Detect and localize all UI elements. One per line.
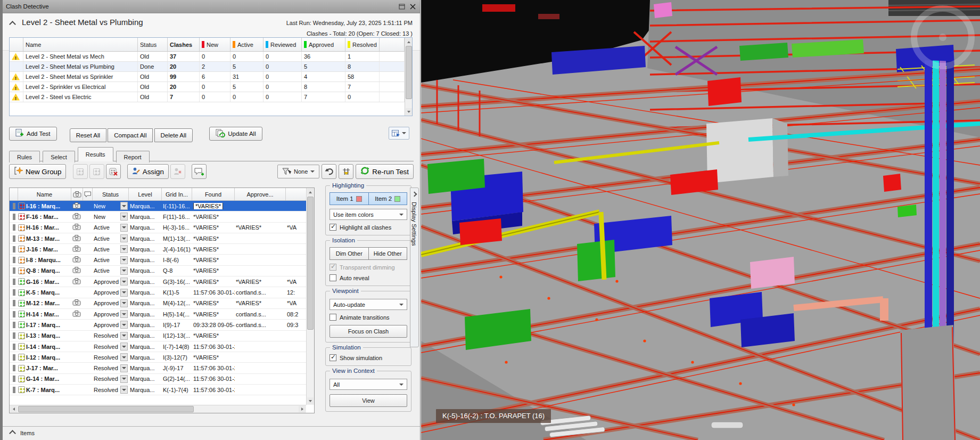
clash-row[interactable]: K-5 : Marq... Approved Marqua... K(1)-5 …	[10, 287, 306, 298]
status-dropdown-button[interactable]	[120, 245, 128, 253]
remove-from-group-icon[interactable]	[89, 164, 104, 179]
scroll-up-icon[interactable]	[307, 189, 314, 195]
item2-button[interactable]: Item 2	[368, 192, 408, 205]
clash-row[interactable]: M-13 : Mar... Active Marqua... M(1)-13(.…	[10, 233, 306, 244]
tests-col-resolved[interactable]: Resolved	[345, 38, 380, 51]
clash-row[interactable]: J-16 : Mar... Active Marqua... J(-4)-16(…	[10, 244, 306, 255]
status-dropdown-button[interactable]	[120, 332, 128, 340]
item1-button[interactable]: Item 1	[330, 192, 369, 205]
clash-row[interactable]: G-14 : Mar... Resolved Marqua... G(2)-14…	[10, 374, 306, 385]
results-col-found[interactable]: Found	[192, 188, 235, 200]
results-col-level[interactable]: Level	[129, 188, 162, 200]
tests-table-header[interactable]: Name Status Clashes New Active Reviewed …	[10, 38, 405, 52]
scroll-thumb[interactable]	[406, 46, 412, 99]
status-dropdown-button[interactable]	[120, 353, 128, 361]
clash-row[interactable]: I-8 : Marqu... Active Marqua... I-8(-6) …	[10, 255, 306, 265]
test-row[interactable]: Level 2 - Sheet Metal vs Sprinkler Old 9…	[10, 72, 405, 82]
pin-icon[interactable]	[398, 2, 406, 11]
clash-row[interactable]: I-17 : Marq... Approved Marqua... I(9)-1…	[10, 320, 306, 330]
results-vscrollbar[interactable]	[306, 188, 314, 405]
clash-row[interactable]: K-7 : Marq... Resolved Marqua... K(-1)-7…	[10, 385, 306, 395]
scroll-up-icon[interactable]	[406, 38, 412, 45]
status-dropdown-button[interactable]	[120, 267, 128, 275]
clash-row[interactable]: G-16 : Mar... Approved Marqua... G(3)-16…	[10, 276, 306, 287]
results-col-name[interactable]: Name	[18, 188, 71, 200]
compact-all-button[interactable]: Compact All	[108, 128, 153, 142]
scroll-down-icon[interactable]	[406, 108, 412, 115]
panel-titlebar[interactable]: Clash Detective	[3, 0, 420, 13]
status-dropdown-button[interactable]	[120, 224, 128, 232]
results-table-header[interactable]: Name Status Level Grid In... Found Appro…	[10, 188, 314, 201]
status-dropdown-button[interactable]	[120, 375, 128, 383]
close-icon[interactable]	[408, 2, 417, 11]
tab[interactable]: Select	[43, 151, 75, 162]
display-settings-tab[interactable]: Display Settings	[410, 188, 419, 347]
collapse-chevron-icon[interactable]	[9, 21, 16, 28]
status-dropdown-button[interactable]	[120, 321, 128, 329]
expand-arrow-icon[interactable]	[13, 365, 15, 371]
results-col-grid[interactable]: Grid In...	[162, 188, 192, 200]
highlight-mode-select[interactable]: Use item colors	[330, 209, 407, 220]
test-row[interactable]: Level 2 - Sheet Metal vs Mech Old 37 0 0…	[10, 52, 405, 62]
results-col-status[interactable]: Status	[93, 188, 129, 200]
add-comment-icon[interactable]	[192, 164, 207, 179]
camera-column-icon[interactable]	[71, 188, 83, 200]
clash-row[interactable]: I-12 : Marq... Resolved Marqua... I(3)-1…	[10, 352, 306, 363]
expand-arrow-icon[interactable]	[13, 354, 15, 361]
tests-col-reviewed[interactable]: Reviewed	[263, 38, 302, 51]
status-dropdown-button[interactable]	[120, 386, 128, 394]
tab[interactable]: Rules	[9, 151, 40, 162]
tab[interactable]: Results	[78, 147, 113, 161]
filter-dropdown[interactable]: None	[277, 165, 319, 178]
results-hscrollbar[interactable]	[10, 405, 306, 413]
animate-transitions-checkbox[interactable]	[330, 314, 336, 321]
tests-col-active[interactable]: Active	[230, 38, 263, 51]
rerun-test-button[interactable]: Re-run Test	[356, 164, 414, 179]
assign-button[interactable]: Assign	[127, 164, 169, 179]
tests-col-clashes[interactable]: Clashes	[168, 38, 200, 51]
transparent-dimming-checkbox[interactable]	[330, 264, 336, 271]
update-all-button[interactable]: Update All	[209, 127, 262, 141]
expand-arrow-icon[interactable]	[13, 332, 15, 339]
status-dropdown-button[interactable]	[120, 202, 128, 210]
status-dropdown-button[interactable]	[120, 299, 128, 307]
expand-arrow-icon[interactable]	[13, 224, 15, 231]
view-button[interactable]: View	[330, 394, 407, 407]
tab[interactable]: Report	[116, 151, 150, 162]
status-dropdown-button[interactable]	[120, 278, 128, 286]
clash-row[interactable]: H-14 : Mar... Approved Marqua... H(5)-14…	[10, 309, 306, 320]
new-group-button[interactable]: New Group	[9, 164, 66, 179]
test-row[interactable]: Level 2 - Sheet Metal vs Plumbing Done 2…	[10, 62, 405, 72]
explode-group-icon[interactable]	[106, 164, 121, 179]
results-col-approved[interactable]: Approve...	[235, 188, 286, 200]
expand-arrow-icon[interactable]	[13, 257, 15, 263]
expand-arrow-icon[interactable]	[13, 289, 15, 296]
expand-arrow-icon[interactable]	[13, 246, 15, 252]
tests-col-approved[interactable]: Approved	[302, 38, 345, 51]
test-row[interactable]: Level 2 - Steel vs Electric Old 7 0 0 0 …	[10, 92, 405, 102]
export-report-button[interactable]	[389, 127, 409, 140]
hide-other-button[interactable]: Hide Other	[368, 247, 408, 260]
dim-other-button[interactable]: Dim Other	[330, 247, 369, 260]
scroll-thumb[interactable]	[307, 197, 314, 330]
show-simulation-checkbox[interactable]	[330, 354, 336, 361]
clash-row[interactable]: I-13 : Marq... Resolved Marqua... I(12)-…	[10, 331, 306, 341]
clash-row[interactable]: J-17 : Mar... Resolved Marqua... J(-9)-1…	[10, 363, 306, 373]
status-dropdown-button[interactable]	[120, 289, 128, 297]
clash-row[interactable]: I-16 : Marq... New Marqua... I(-11)-16..…	[10, 201, 306, 211]
items-bar[interactable]: Items	[3, 426, 420, 439]
clash-row[interactable]: F-16 : Mar... New Marqua... F(11)-16... …	[10, 211, 306, 222]
viewpoint-mode-select[interactable]: Auto-update	[330, 299, 407, 310]
tests-col-name[interactable]: Name	[23, 38, 138, 51]
unassign-icon[interactable]	[170, 164, 185, 179]
status-dropdown-button[interactable]	[120, 256, 128, 264]
expand-arrow-icon[interactable]	[13, 344, 15, 350]
expand-arrow-icon[interactable]	[13, 300, 15, 306]
expand-arrow-icon[interactable]	[13, 203, 15, 209]
scroll-left-icon[interactable]	[10, 406, 17, 412]
expand-arrow-icon[interactable]	[13, 322, 15, 328]
expand-arrow-icon[interactable]	[13, 235, 15, 242]
status-dropdown-button[interactable]	[120, 343, 128, 351]
scroll-thumb[interactable]	[18, 406, 194, 412]
comment-column-icon[interactable]	[83, 188, 93, 200]
